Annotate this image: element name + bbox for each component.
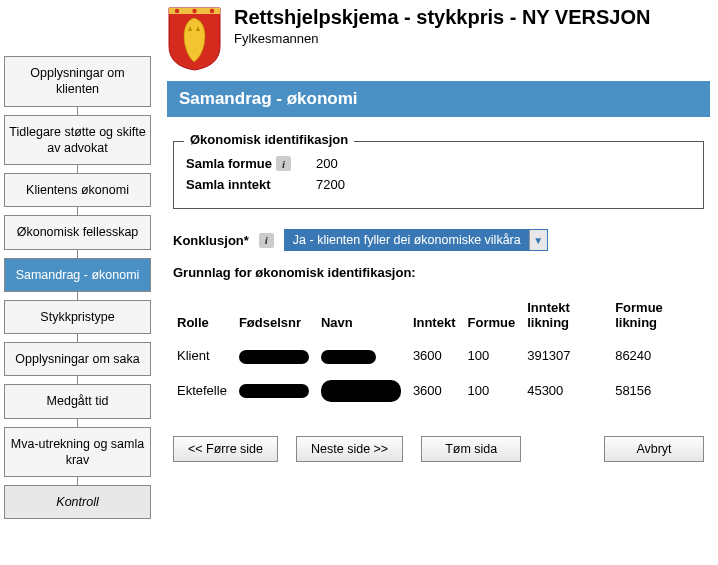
konklusjon-label: Konklusjon*	[173, 233, 249, 248]
cell-inntekt-likning: 45300	[523, 372, 611, 410]
info-icon[interactable]: i	[276, 156, 291, 171]
nav-klientens-okonomi[interactable]: Klientens økonomi	[4, 173, 151, 207]
cancel-button[interactable]: Avbryt	[604, 436, 704, 462]
table-row: Ektefelle 3600 100 45300 58156	[173, 372, 704, 410]
cell-formue-likning: 86240	[611, 340, 704, 372]
okonomisk-ident-group: Økonomisk identifikasjon Samla formue i …	[173, 141, 704, 209]
grunnlag-table: Rolle Fødselsnr Navn Inntekt Formue Innt…	[173, 294, 704, 410]
th-formue: Formue	[464, 294, 524, 340]
main-content: Rettshjelpskjema - stykkpris - NY VERSJO…	[155, 0, 718, 527]
samla-inntekt-label: Samla inntekt	[186, 177, 271, 192]
konklusjon-selected: Ja - klienten fyller dei økonomiske vilk…	[285, 233, 529, 247]
okonomisk-ident-legend: Økonomisk identifikasjon	[184, 132, 354, 147]
th-fodselsnr: Fødselsnr	[235, 294, 317, 340]
cell-inntekt: 3600	[409, 372, 464, 410]
nav-kontroll[interactable]: Kontroll	[4, 485, 151, 519]
cell-formue-likning: 58156	[611, 372, 704, 410]
cell-rolle: Klient	[173, 340, 235, 372]
nav-stykkpristype[interactable]: Stykkpristype	[4, 300, 151, 334]
cell-navn-redacted	[317, 372, 409, 410]
page-title: Rettshjelpskjema - stykkpris - NY VERSJO…	[234, 6, 650, 29]
cell-navn-redacted	[317, 340, 409, 372]
crest-icon	[167, 6, 222, 71]
cell-fodselsnr-redacted	[235, 372, 317, 410]
sidebar: Opplysningar om klienten Tidlegare støtt…	[0, 0, 155, 527]
th-navn: Navn	[317, 294, 409, 340]
nav-medgatt-tid[interactable]: Medgått tid	[4, 384, 151, 418]
next-button[interactable]: Neste side >>	[296, 436, 403, 462]
th-formue-likning: Formue likning	[611, 294, 704, 340]
page-subtitle: Fylkesmannen	[234, 31, 650, 46]
cell-fodselsnr-redacted	[235, 340, 317, 372]
nav-okonomisk-fellesskap[interactable]: Økonomisk fellesskap	[4, 215, 151, 249]
section-title: Samandrag - økonomi	[167, 81, 710, 117]
chevron-down-icon: ▼	[529, 230, 547, 250]
samla-inntekt-value: 7200	[316, 177, 345, 192]
konklusjon-select[interactable]: Ja - klienten fyller dei økonomiske vilk…	[284, 229, 548, 251]
grunnlag-label: Grunnlag for økonomisk identifikasjon:	[173, 265, 704, 280]
cell-formue: 100	[464, 372, 524, 410]
th-inntekt-likning: Inntekt likning	[523, 294, 611, 340]
prev-button[interactable]: << Førre side	[173, 436, 278, 462]
cell-inntekt: 3600	[409, 340, 464, 372]
nav-mva-utrekning[interactable]: Mva-utrekning og samla krav	[4, 427, 151, 478]
svg-point-1	[175, 9, 179, 13]
nav-tidlegare-stotte[interactable]: Tidlegare støtte og skifte av advokat	[4, 115, 151, 166]
samla-formue-label: Samla formue	[186, 156, 272, 171]
nav-opplysningar-klienten[interactable]: Opplysningar om klienten	[4, 56, 151, 107]
cell-formue: 100	[464, 340, 524, 372]
nav-opplysningar-saka[interactable]: Opplysningar om saka	[4, 342, 151, 376]
nav-samandrag-okonomi[interactable]: Samandrag - økonomi	[4, 258, 151, 292]
th-rolle: Rolle	[173, 294, 235, 340]
clear-button[interactable]: Tøm sida	[421, 436, 521, 462]
svg-point-3	[210, 9, 214, 13]
table-row: Klient 3600 100 391307 86240	[173, 340, 704, 372]
cell-rolle: Ektefelle	[173, 372, 235, 410]
svg-point-2	[192, 9, 196, 13]
info-icon[interactable]: i	[259, 233, 274, 248]
th-inntekt: Inntekt	[409, 294, 464, 340]
cell-inntekt-likning: 391307	[523, 340, 611, 372]
samla-formue-value: 200	[316, 156, 338, 171]
